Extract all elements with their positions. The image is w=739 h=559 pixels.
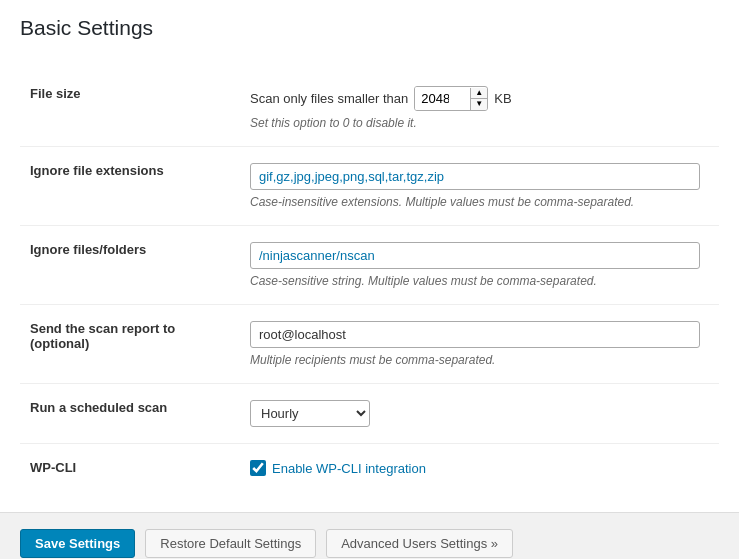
wpcli-row: WP-CLI Enable WP-CLI integration [20,444,719,493]
file-size-spinner: ▲ ▼ [470,88,487,110]
ignore-files-label: Ignore files/folders [30,242,146,257]
file-size-input-wrapper: ▲ ▼ [414,86,488,111]
file-size-row: File size Scan only files smaller than ▲… [20,70,719,147]
ignore-extensions-input[interactable] [250,163,700,190]
scan-report-description: Multiple recipients must be comma-separa… [250,353,709,367]
footer-buttons: Save Settings Restore Default Settings A… [0,512,739,559]
ignore-files-row: Ignore files/folders Case-sensitive stri… [20,226,719,305]
file-size-label: File size [30,86,81,101]
ignore-extensions-row: Ignore file extensions Case-insensitive … [20,147,719,226]
file-size-unit: KB [494,91,511,106]
settings-table: File size Scan only files smaller than ▲… [20,70,719,492]
ignore-files-input[interactable] [250,242,700,269]
ignore-extensions-description: Case-insensitive extensions. Multiple va… [250,195,709,209]
file-size-decrement[interactable]: ▼ [471,99,487,110]
scheduled-scan-select[interactable]: Hourly Daily Weekly Disabled [250,400,370,427]
ignore-extensions-label: Ignore file extensions [30,163,164,178]
page-title: Basic Settings [20,16,719,50]
wpcli-label: WP-CLI [30,460,76,475]
advanced-settings-button[interactable]: Advanced Users Settings » [326,529,513,558]
file-size-field-row: Scan only files smaller than ▲ ▼ KB [250,86,709,111]
wpcli-field: Enable WP-CLI integration [250,460,709,476]
scan-report-label: Send the scan report to (optional) [30,321,175,351]
restore-button[interactable]: Restore Default Settings [145,529,316,558]
wpcli-checkbox-label: Enable WP-CLI integration [272,461,426,476]
scheduled-scan-row: Run a scheduled scan Hourly Daily Weekly… [20,384,719,444]
file-size-inline-text: Scan only files smaller than [250,91,408,106]
file-size-description: Set this option to 0 to disable it. [250,116,709,130]
scan-report-input[interactable] [250,321,700,348]
wpcli-checkbox[interactable] [250,460,266,476]
scan-report-row: Send the scan report to (optional) Multi… [20,305,719,384]
ignore-files-description: Case-sensitive string. Multiple values m… [250,274,709,288]
file-size-increment[interactable]: ▲ [471,88,487,99]
scheduled-scan-label: Run a scheduled scan [30,400,167,415]
save-button[interactable]: Save Settings [20,529,135,558]
file-size-input[interactable] [415,87,470,110]
